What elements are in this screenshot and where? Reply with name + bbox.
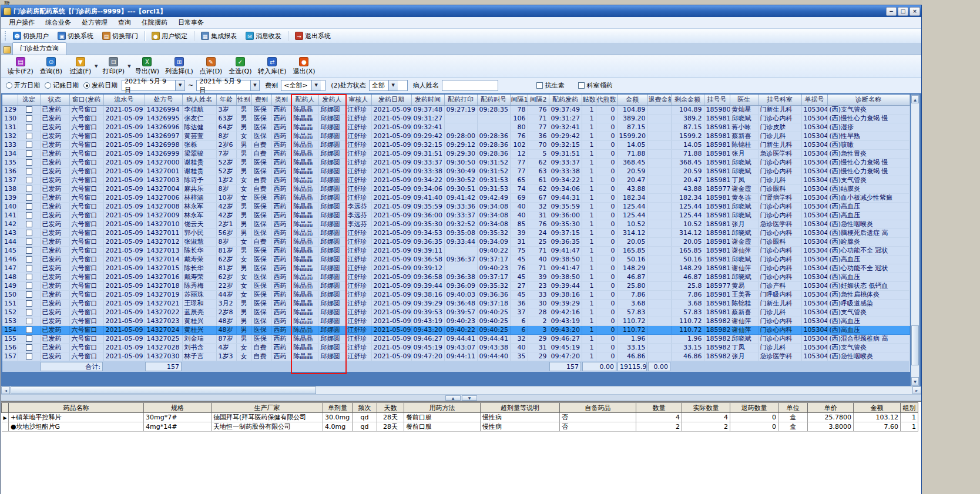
row-checkbox[interactable] [26, 177, 32, 183]
exit-button[interactable]: ●退出(X) [290, 56, 317, 76]
menu-item[interactable]: 住院摆药 [136, 17, 173, 28]
switch-user-button[interactable]: ☻切换用户 [9, 30, 53, 42]
tab-prescription-query[interactable]: 门诊处方查询 [12, 42, 66, 55]
date-from-picker[interactable]: 2021年 5月 9日 ▼ [122, 80, 185, 91]
detail-column-header[interactable]: 组别 [901, 403, 918, 413]
row-checkbox[interactable] [26, 186, 32, 192]
column-header[interactable]: 类别 [271, 95, 291, 105]
table-row[interactable]: 129已发药六号窗口2021-05-0914326994李佳航3岁男医保西药陈晶… [2, 105, 909, 114]
column-header[interactable]: 挂号号 [704, 95, 730, 105]
table-row[interactable]: 153已发药六号窗口2021-05-0914327023黄桂兴48岁男医保西药陈… [2, 317, 909, 325]
row-checkbox[interactable] [26, 247, 32, 254]
grid-vertical-scrollbar[interactable]: ▲ ▼ [911, 95, 919, 386]
filter-button[interactable]: ▼过滤(F) [67, 56, 94, 76]
row-checkbox[interactable] [26, 291, 32, 298]
row-checkbox[interactable] [26, 335, 32, 342]
print-button[interactable]: ⊟打印(P) [100, 56, 127, 76]
menu-item[interactable]: 综合业务 [40, 17, 76, 28]
row-checkbox[interactable] [26, 327, 32, 333]
column-header[interactable]: 单据号 [801, 95, 827, 105]
column-header[interactable]: 费别 [251, 95, 271, 105]
column-header[interactable]: 发药日期 [371, 95, 411, 105]
switch-dept-button[interactable]: ▤切换部门 [98, 30, 142, 42]
minimize-button[interactable]: − [886, 7, 897, 16]
detail-column-header[interactable]: 用药方法 [404, 403, 481, 413]
detail-column-header[interactable]: 实际数量 [682, 403, 730, 413]
scroll-up-icon[interactable]: ▲ [911, 95, 919, 103]
column-header[interactable]: 病人姓名 [182, 95, 216, 105]
column-header[interactable]: 审核人 [345, 95, 371, 105]
column-header[interactable]: 发药时间 [411, 95, 444, 105]
antibiotic-checkbox[interactable]: 抗生素 [536, 81, 565, 90]
date-to-picker[interactable]: 2021年 5月 9日 ▼ [196, 80, 260, 91]
row-checkbox[interactable] [26, 115, 32, 122]
table-row[interactable]: 146已发药六号窗口2021-05-0914327014戴寿荣62岁女医保西药陈… [2, 255, 909, 264]
row-checkbox[interactable] [26, 300, 32, 307]
row-checkbox[interactable] [26, 238, 32, 245]
rx-status-select[interactable]: 全部 ▼ [369, 80, 408, 91]
row-checkbox[interactable] [26, 230, 32, 236]
detail-column-header[interactable]: 数量 [636, 403, 682, 413]
date-type-radio[interactable]: 发药日期 [83, 81, 118, 90]
column-header[interactable]: 配药人 [291, 95, 318, 105]
column-header[interactable]: 诊断名称 [827, 95, 909, 105]
row-checkbox[interactable] [26, 106, 32, 113]
table-row[interactable]: 142已发药六号窗口2021-05-0914327010饶云天2岁1男医保西药陈… [2, 220, 909, 228]
fee-type-select[interactable]: <全部> ▼ [281, 80, 325, 91]
patient-name-input[interactable] [442, 80, 498, 91]
table-row[interactable]: 130已发药六号窗口2021-05-0914326995张友仁63岁男医保西药陈… [2, 114, 909, 123]
table-row[interactable]: 155已发药六号窗口2021-05-0914327025刘金瑞87岁男医保西药陈… [2, 334, 909, 343]
row-checkbox[interactable] [26, 133, 32, 139]
menu-item[interactable]: 日常事务 [173, 17, 209, 28]
detail-row[interactable]: ▶+硝苯地平控释片30mg*7#德国拜耳(拜耳医药保健有限公司30.0mgqd2… [2, 413, 918, 422]
detail-column-header[interactable]: 金额 [854, 403, 901, 413]
splitter-down-icon[interactable]: ▼ [462, 395, 477, 401]
table-row[interactable]: 156已发药六号窗口2021-05-0914327028刘书含4岁女自费西药陈晶… [2, 343, 909, 352]
table-row[interactable]: 137已发药六号窗口2021-05-0914327003陈诗予1岁2女自费西药陈… [2, 176, 909, 184]
chevron-down-icon[interactable]: ▼ [175, 80, 184, 90]
table-row[interactable]: 138已发药六号窗口2021-05-0914327004麻共乐8岁女自费西药陈晶… [2, 184, 909, 193]
pane-splitter[interactable]: ▲ ▼ [1, 394, 921, 401]
splitter-up-icon[interactable]: ▲ [445, 395, 461, 401]
select-all-button[interactable]: ✓全选(Q) [227, 56, 254, 76]
column-header[interactable]: 状态 [40, 95, 69, 105]
column-header[interactable]: 配药打印 [444, 95, 477, 105]
column-header[interactable]: 年龄 [216, 95, 236, 105]
table-row[interactable]: 143已发药六号窗口2021-05-0914327011郭小民56岁男医保西药陈… [2, 228, 909, 237]
row-checkbox[interactable] [26, 274, 32, 280]
column-header[interactable]: 退费金额 [647, 95, 671, 105]
detail-column-header[interactable]: 药品名称 [9, 403, 144, 413]
row-checkbox[interactable] [26, 168, 32, 174]
detail-column-header[interactable]: 单剂量 [323, 403, 353, 413]
row-checkbox[interactable] [26, 309, 32, 315]
integrated-report-button[interactable]: ▦集成报表 [197, 30, 241, 42]
table-row[interactable]: 136已发药六号窗口2021-05-0914327001谢桂贵52岁男医保西药陈… [2, 167, 909, 176]
row-checkbox[interactable] [26, 265, 32, 271]
chevron-down-icon[interactable]: ▼ [127, 64, 130, 69]
detail-marker-header[interactable] [2, 403, 9, 413]
detail-column-header[interactable]: 单价 [808, 403, 854, 413]
menu-item[interactable]: 查询 [113, 17, 136, 28]
table-row[interactable]: 147已发药六号窗口2021-05-0914327015陈长华81岁男医保西药陈… [2, 264, 909, 273]
row-number-header[interactable] [2, 95, 18, 105]
column-header[interactable]: 金额 [617, 95, 647, 105]
table-row[interactable]: 149已发药六号窗口2021-05-0914327018陈秀梅22岁女医保西药陈… [2, 281, 909, 290]
query-button[interactable]: ⊙查询(B) [38, 56, 65, 76]
table-row[interactable]: 134已发药六号窗口2021-05-0914326999梁翠骏7岁男自费西药陈晶… [2, 149, 909, 158]
column-header[interactable]: 处方号 [145, 95, 182, 105]
scroll-down-icon[interactable]: ▼ [911, 377, 919, 385]
detail-column-header[interactable]: 频次 [353, 403, 377, 413]
detail-column-header[interactable]: 单位 [778, 403, 808, 413]
export-button[interactable]: X导出(W) [133, 56, 161, 76]
date-type-radio[interactable]: 记账日期 [45, 81, 79, 90]
read-card-button[interactable]: ▤读卡(F2) [6, 56, 35, 76]
column-header[interactable]: 性别 [236, 95, 251, 105]
grid-horizontal-scrollbar[interactable]: ◄ ► [1, 386, 921, 394]
row-checkbox[interactable] [26, 221, 32, 227]
column-header[interactable]: 发药人 [318, 95, 345, 105]
chevron-down-icon[interactable]: ▼ [311, 80, 321, 90]
table-row[interactable]: 131已发药六号窗口2021-05-0914326996陈达健64岁男医保西药陈… [2, 123, 909, 132]
table-row[interactable]: 151已发药六号窗口2021-05-0914327021王璟和3月2男医保西药陈… [2, 299, 909, 308]
scroll-right-icon[interactable]: ► [912, 387, 921, 394]
detail-column-header[interactable]: 自备药品 [560, 403, 636, 413]
